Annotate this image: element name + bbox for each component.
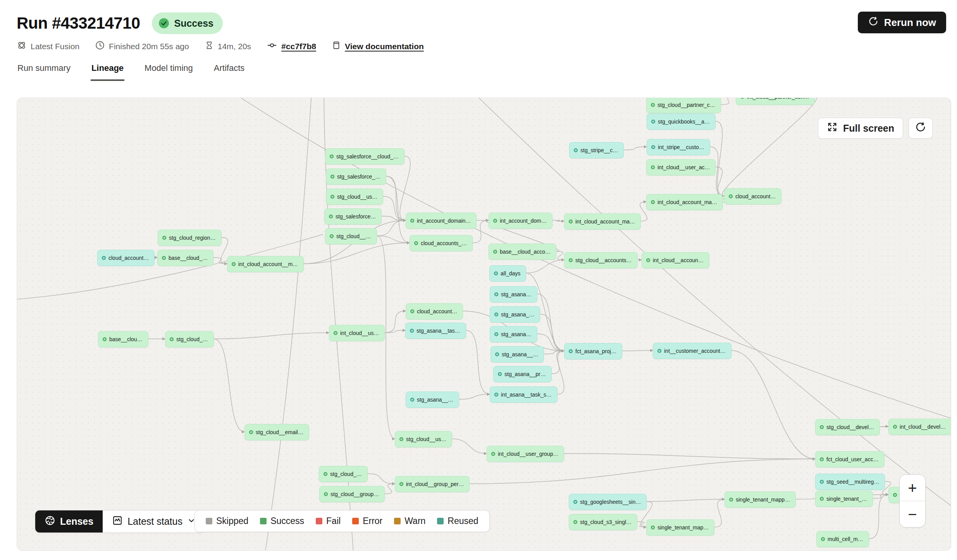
- graph-node[interactable]: stg_asana__…: [406, 392, 459, 408]
- reused-status-icon: [573, 500, 577, 504]
- lineage-canvas[interactable]: stg_cloud__partner_c…int_cloud__partner_…: [17, 98, 951, 551]
- graph-node[interactable]: fct_cloud_user_acc…: [815, 451, 885, 467]
- graph-node[interactable]: base__clou…: [98, 331, 148, 347]
- graph-node[interactable]: int_cloud__user_group…: [487, 446, 564, 462]
- meta-label: Latest Fusion: [31, 42, 79, 51]
- success-status-icon: [493, 219, 497, 223]
- fullscreen-button[interactable]: Full screen: [818, 118, 903, 139]
- graph-node[interactable]: stg_salesforce_…: [326, 168, 386, 185]
- graph-node[interactable]: stg_asana…: [490, 286, 537, 302]
- graph-node[interactable]: int_cloud_account_ma…: [646, 194, 723, 210]
- tab-artifacts[interactable]: Artifacts: [213, 63, 245, 81]
- graph-node[interactable]: stg_cloud__accounts…: [564, 252, 638, 268]
- graph-node[interactable]: all_days: [489, 265, 526, 282]
- success-status-icon: [330, 234, 334, 238]
- graph-node[interactable]: stg_asana_…: [490, 306, 540, 323]
- graph-node[interactable]: cloud_account…: [724, 188, 781, 204]
- zoom-out-button[interactable]: −: [900, 501, 925, 527]
- graph-node-label: cloud_account…: [735, 193, 776, 199]
- tab-model-timing[interactable]: Model timing: [144, 63, 194, 81]
- graph-node[interactable]: stg_stripe__c…: [569, 142, 624, 158]
- graph-node-label: stg_cloud_s3_singl…: [580, 519, 632, 525]
- success-status-icon: [491, 452, 495, 456]
- graph-node-label: stg_cloud__us…: [337, 194, 377, 200]
- doc-icon: [332, 40, 341, 52]
- graph-node[interactable]: stg_cloud__email…: [244, 424, 309, 440]
- graph-node[interactable]: int_cloud__us…: [329, 325, 385, 341]
- zoom-in-button[interactable]: +: [900, 475, 925, 501]
- graph-node[interactable]: stg_googlesheets__sin…: [569, 494, 647, 510]
- graph-node[interactable]: int_cloud__group_per…: [395, 476, 470, 492]
- graph-node[interactable]: fct_asana_proj…: [564, 343, 622, 359]
- graph-node[interactable]: int_cloud_account__m…: [227, 256, 304, 272]
- graph-node[interactable]: stg_cloud__us…: [326, 189, 383, 205]
- graph-node[interactable]: base__cloud_…: [157, 250, 213, 266]
- legend-item-fail: Fail: [316, 516, 341, 526]
- graph-node[interactable]: stg_cloud_s3_singl…: [569, 514, 637, 530]
- graph-node[interactable]: stg_cloud__…: [325, 228, 377, 244]
- graph-node[interactable]: stg_salesforce…: [324, 208, 382, 225]
- graph-node[interactable]: int_cloud_account_ma…: [564, 213, 641, 230]
- graph-node[interactable]: stg_salesforce__cloud_…: [325, 148, 404, 165]
- success-status-icon: [324, 472, 327, 476]
- success-status-icon: [651, 526, 655, 529]
- success-status-icon: [820, 497, 824, 501]
- tab-run-summary[interactable]: Run summary: [17, 63, 71, 81]
- graph-node[interactable]: int__customer_account…: [653, 343, 732, 359]
- graph-node[interactable]: cloud_accounts_…: [410, 235, 473, 251]
- refresh-graph-button[interactable]: [909, 118, 933, 139]
- graph-node[interactable]: cloud_account…: [97, 250, 155, 266]
- status-badge: Success: [152, 12, 223, 34]
- graph-node[interactable]: stg_cloud_…: [319, 466, 368, 482]
- graph-node[interactable]: single_tenant_map…: [646, 519, 714, 536]
- graph-node[interactable]: stg_asana__tas…: [405, 323, 466, 339]
- success-status-icon: [821, 537, 825, 541]
- graph-node[interactable]: stg_asana__pr…: [493, 366, 552, 382]
- legend-item-skipped: Skipped: [206, 516, 248, 526]
- graph-node[interactable]: stg_asana__…: [491, 346, 544, 362]
- graph-node[interactable]: int_cloud__user_ac…: [646, 159, 716, 175]
- graph-node-label: stg_seed__multireg…: [826, 479, 879, 485]
- reused-status-icon: [820, 480, 824, 484]
- success-status-icon: [651, 200, 655, 204]
- legend-item-warn: Warn: [394, 516, 425, 526]
- graph-node[interactable]: stg_seed__multireg…: [815, 474, 885, 490]
- legend-swatch: [316, 518, 322, 524]
- graph-node[interactable]: stg_quickbooks__a…: [647, 113, 716, 130]
- meta-cc7f7b8[interactable]: #cc7f7b8: [267, 40, 316, 52]
- reused-status-icon: [495, 352, 499, 356]
- graph-node[interactable]: int_account_dom…: [489, 213, 553, 229]
- graph-node[interactable]: int_cloud__devel…: [888, 419, 951, 435]
- graph-node[interactable]: stg_cloud__devel…: [815, 419, 880, 435]
- rerun-button[interactable]: Rerun now: [858, 12, 946, 33]
- lens-selector[interactable]: Latest status: [103, 510, 205, 533]
- graph-node[interactable]: stg_cloud__us…: [395, 431, 452, 447]
- meta-label: View documentation: [345, 42, 424, 51]
- graph-node[interactable]: int_asana__task_s…: [490, 387, 558, 403]
- graph-node[interactable]: stg_asana…: [490, 326, 537, 342]
- graph-node[interactable]: stg_cloud__group…: [319, 486, 385, 502]
- graph-node-label: stg_googlesheets__sin…: [580, 499, 641, 505]
- graph-node[interactable]: cloud_account…: [406, 303, 463, 320]
- graph-node[interactable]: int_cloud__accoun…: [642, 252, 709, 268]
- graph-node[interactable]: int_account_domain…: [406, 213, 477, 229]
- graph-node-label: single_tenant_…: [826, 496, 867, 502]
- graph-node[interactable]: stg_cloud_…: [165, 331, 214, 347]
- graph-node[interactable]: base__cloud_acco…: [489, 244, 556, 260]
- graph-node[interactable]: stg_cloud__partner_c…: [646, 98, 721, 113]
- legend-swatch: [394, 518, 401, 524]
- tab-lineage[interactable]: Lineage: [91, 63, 124, 81]
- success-status-icon: [399, 437, 403, 441]
- graph-node[interactable]: single_tenant_…: [815, 491, 873, 507]
- graph-node[interactable]: int_cloud__partner_con…: [736, 98, 815, 105]
- graph-node[interactable]: int_stripe__custo…: [647, 139, 710, 155]
- fullscreen-button-label: Full screen: [843, 123, 894, 134]
- graph-node-label: stg_salesforce__cloud_…: [336, 153, 399, 160]
- graph-node[interactable]: multi_cell_m…: [816, 531, 869, 547]
- graph-node[interactable]: stg_cloud_region…: [158, 230, 222, 246]
- success-status-icon: [493, 250, 497, 254]
- graph-node-label: stg_quickbooks__a…: [658, 119, 710, 125]
- graph-node[interactable]: single_tenant_mapp…: [725, 491, 796, 508]
- meta-view-documentation[interactable]: View documentation: [332, 40, 424, 52]
- lenses-button[interactable]: Lenses: [35, 510, 103, 533]
